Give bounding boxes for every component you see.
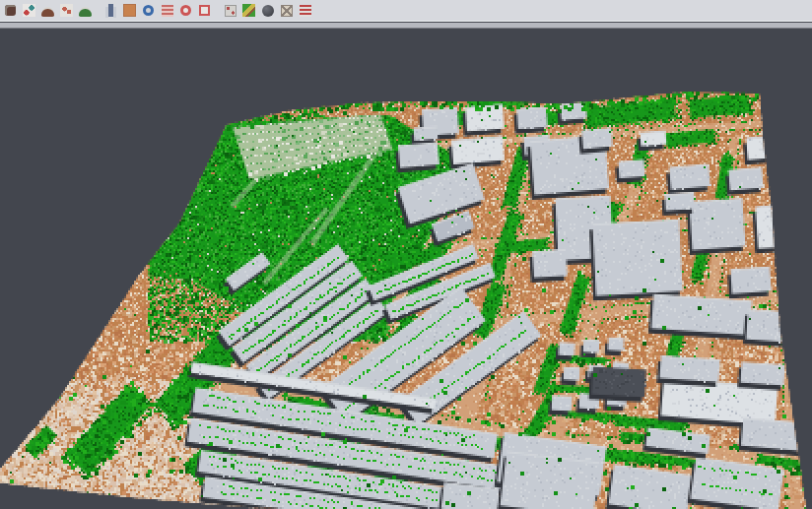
ring-red-icon-glyph	[180, 5, 191, 16]
sphere-dark-icon[interactable]	[259, 2, 276, 19]
scatter-points-icon-glyph	[23, 4, 35, 17]
layers-icon[interactable]	[159, 2, 175, 19]
point-pair-icon-glyph	[60, 4, 73, 17]
ring-red-icon[interactable]	[177, 2, 194, 19]
layers-icon-glyph	[162, 5, 173, 17]
column-icon[interactable]	[102, 2, 119, 19]
terrain-icon[interactable]	[39, 2, 56, 19]
frame-marks-icon[interactable]	[222, 2, 238, 19]
open-cloud-icon[interactable]	[2, 2, 19, 19]
viewport-3d[interactable]	[0, 29, 812, 509]
column-icon-glyph	[108, 4, 113, 17]
ortho-square-icon[interactable]	[121, 2, 138, 19]
ortho-square-icon-glyph	[123, 4, 136, 17]
scatter-points-icon[interactable]	[21, 2, 37, 19]
application-window	[0, 0, 812, 509]
flag-icon[interactable]	[297, 2, 313, 19]
hill-green-icon-glyph	[79, 9, 92, 17]
open-cloud-icon-glyph	[5, 5, 16, 16]
point-pair-icon[interactable]	[58, 2, 75, 19]
point-cloud-scene[interactable]	[0, 29, 812, 509]
globe-icon[interactable]	[140, 2, 157, 19]
expand-red-icon-glyph	[199, 5, 210, 16]
table-icon[interactable]	[278, 2, 295, 19]
toolbar	[0, 0, 812, 22]
sphere-dark-icon-glyph	[262, 5, 274, 17]
expand-red-icon[interactable]	[196, 2, 213, 19]
hill-green-icon[interactable]	[77, 2, 94, 19]
terrain-icon-glyph	[41, 9, 54, 17]
flag-icon-glyph	[300, 5, 311, 17]
table-icon-glyph	[281, 5, 293, 17]
classified-map-icon[interactable]	[240, 2, 257, 19]
globe-icon-glyph	[143, 5, 154, 16]
frame-marks-icon-glyph	[225, 5, 237, 17]
classified-map-icon-glyph	[242, 4, 255, 17]
